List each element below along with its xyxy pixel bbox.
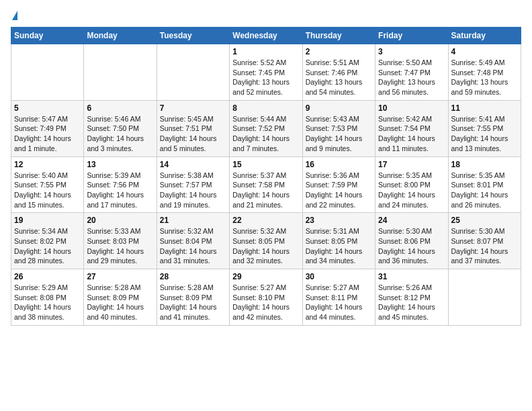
- calendar-day-cell: 14Sunrise: 5:38 AM Sunset: 7:57 PM Dayli…: [157, 156, 229, 213]
- calendar-day-cell: 15Sunrise: 5:37 AM Sunset: 7:58 PM Dayli…: [230, 156, 302, 213]
- calendar-day-header: Monday: [84, 28, 157, 44]
- day-number: 27: [87, 272, 153, 281]
- day-info: Sunrise: 5:46 AM Sunset: 7:50 PM Dayligh…: [87, 114, 153, 154]
- day-number: 14: [160, 160, 226, 169]
- calendar-table: SundayMondayTuesdayWednesdayThursdayFrid…: [11, 27, 521, 326]
- calendar-week-row: 19Sunrise: 5:34 AM Sunset: 8:02 PM Dayli…: [11, 213, 521, 269]
- day-info: Sunrise: 5:30 AM Sunset: 8:07 PM Dayligh…: [451, 226, 518, 266]
- calendar-day-cell: 16Sunrise: 5:36 AM Sunset: 7:59 PM Dayli…: [302, 156, 375, 213]
- calendar-day-cell: 21Sunrise: 5:32 AM Sunset: 8:04 PM Dayli…: [157, 213, 229, 269]
- calendar-day-cell: 28Sunrise: 5:28 AM Sunset: 8:09 PM Dayli…: [157, 269, 229, 326]
- day-info: Sunrise: 5:38 AM Sunset: 7:57 PM Dayligh…: [160, 171, 226, 210]
- day-info: Sunrise: 5:32 AM Sunset: 8:04 PM Dayligh…: [160, 226, 226, 266]
- calendar-day-cell: 19Sunrise: 5:34 AM Sunset: 8:02 PM Dayli…: [11, 213, 84, 269]
- calendar-day-cell: 18Sunrise: 5:35 AM Sunset: 8:01 PM Dayli…: [448, 156, 521, 213]
- day-number: 17: [378, 160, 445, 169]
- day-number: 31: [378, 272, 445, 281]
- calendar-day-cell: 24Sunrise: 5:30 AM Sunset: 8:06 PM Dayli…: [375, 213, 448, 269]
- calendar-day-cell: 22Sunrise: 5:32 AM Sunset: 8:05 PM Dayli…: [230, 213, 302, 269]
- calendar-day-cell: 9Sunrise: 5:43 AM Sunset: 7:53 PM Daylig…: [302, 100, 375, 156]
- calendar-day-cell: 5Sunrise: 5:47 AM Sunset: 7:49 PM Daylig…: [11, 100, 84, 156]
- calendar-day-cell: 11Sunrise: 5:41 AM Sunset: 7:55 PM Dayli…: [448, 100, 521, 156]
- calendar-day-cell: 17Sunrise: 5:35 AM Sunset: 8:00 PM Dayli…: [375, 156, 448, 213]
- day-number: 7: [160, 103, 226, 113]
- day-number: 18: [451, 160, 518, 169]
- calendar-day-cell: 31Sunrise: 5:26 AM Sunset: 8:12 PM Dayli…: [375, 269, 448, 326]
- day-info: Sunrise: 5:28 AM Sunset: 8:09 PM Dayligh…: [87, 283, 153, 322]
- calendar-day-cell: 20Sunrise: 5:33 AM Sunset: 8:03 PM Dayli…: [84, 213, 157, 269]
- calendar-day-header: Friday: [375, 28, 448, 44]
- day-info: Sunrise: 5:41 AM Sunset: 7:55 PM Dayligh…: [451, 114, 518, 154]
- day-info: Sunrise: 5:33 AM Sunset: 8:03 PM Dayligh…: [87, 226, 153, 266]
- day-info: Sunrise: 5:40 AM Sunset: 7:55 PM Dayligh…: [14, 171, 81, 210]
- day-number: 16: [306, 160, 372, 169]
- day-info: Sunrise: 5:32 AM Sunset: 8:05 PM Dayligh…: [232, 226, 299, 266]
- day-info: Sunrise: 5:27 AM Sunset: 8:11 PM Dayligh…: [306, 283, 372, 322]
- day-number: 25: [451, 216, 518, 225]
- day-number: 21: [160, 216, 226, 225]
- day-info: Sunrise: 5:50 AM Sunset: 7:47 PM Dayligh…: [378, 58, 445, 97]
- day-number: 4: [451, 47, 518, 56]
- calendar-day-cell: [157, 44, 229, 101]
- day-number: 1: [232, 47, 299, 56]
- page-header: [11, 11, 521, 20]
- calendar-day-cell: 30Sunrise: 5:27 AM Sunset: 8:11 PM Dayli…: [302, 269, 375, 326]
- calendar-day-header: Thursday: [302, 28, 375, 44]
- day-info: Sunrise: 5:44 AM Sunset: 7:52 PM Dayligh…: [232, 114, 299, 154]
- day-number: 28: [160, 272, 226, 281]
- day-info: Sunrise: 5:31 AM Sunset: 8:05 PM Dayligh…: [306, 226, 372, 266]
- day-number: 2: [306, 47, 372, 56]
- calendar-day-cell: 12Sunrise: 5:40 AM Sunset: 7:55 PM Dayli…: [11, 156, 84, 213]
- day-number: 13: [87, 160, 153, 169]
- calendar-day-header: Saturday: [448, 28, 521, 44]
- calendar-day-cell: 26Sunrise: 5:29 AM Sunset: 8:08 PM Dayli…: [11, 269, 84, 326]
- day-number: 15: [232, 160, 299, 169]
- day-info: Sunrise: 5:29 AM Sunset: 8:08 PM Dayligh…: [14, 283, 81, 322]
- day-number: 22: [232, 216, 299, 225]
- calendar-day-cell: [11, 44, 84, 101]
- calendar-day-cell: 8Sunrise: 5:44 AM Sunset: 7:52 PM Daylig…: [230, 100, 302, 156]
- calendar-week-row: 26Sunrise: 5:29 AM Sunset: 8:08 PM Dayli…: [11, 269, 521, 326]
- calendar-day-cell: 10Sunrise: 5:42 AM Sunset: 7:54 PM Dayli…: [375, 100, 448, 156]
- calendar-day-cell: [448, 269, 521, 326]
- calendar-day-header: Tuesday: [157, 28, 229, 44]
- day-number: 6: [87, 103, 153, 113]
- day-number: 11: [451, 103, 518, 113]
- day-number: 29: [232, 272, 299, 281]
- day-number: 20: [87, 216, 153, 225]
- day-info: Sunrise: 5:27 AM Sunset: 8:10 PM Dayligh…: [232, 283, 299, 322]
- day-info: Sunrise: 5:35 AM Sunset: 8:00 PM Dayligh…: [378, 171, 445, 210]
- calendar-day-cell: 3Sunrise: 5:50 AM Sunset: 7:47 PM Daylig…: [375, 44, 448, 101]
- calendar-day-cell: 13Sunrise: 5:39 AM Sunset: 7:56 PM Dayli…: [84, 156, 157, 213]
- calendar-week-row: 1Sunrise: 5:52 AM Sunset: 7:45 PM Daylig…: [11, 44, 521, 101]
- calendar-day-cell: 1Sunrise: 5:52 AM Sunset: 7:45 PM Daylig…: [230, 44, 302, 101]
- calendar-day-cell: 4Sunrise: 5:49 AM Sunset: 7:48 PM Daylig…: [448, 44, 521, 101]
- day-info: Sunrise: 5:35 AM Sunset: 8:01 PM Dayligh…: [451, 171, 518, 210]
- calendar-day-cell: 2Sunrise: 5:51 AM Sunset: 7:46 PM Daylig…: [302, 44, 375, 101]
- day-info: Sunrise: 5:39 AM Sunset: 7:56 PM Dayligh…: [87, 171, 153, 210]
- day-number: 3: [378, 47, 445, 56]
- day-number: 23: [306, 216, 372, 225]
- calendar-day-cell: 27Sunrise: 5:28 AM Sunset: 8:09 PM Dayli…: [84, 269, 157, 326]
- day-number: 10: [378, 103, 445, 113]
- calendar-day-cell: 23Sunrise: 5:31 AM Sunset: 8:05 PM Dayli…: [302, 213, 375, 269]
- calendar-day-cell: 29Sunrise: 5:27 AM Sunset: 8:10 PM Dayli…: [230, 269, 302, 326]
- calendar-day-header: Wednesday: [230, 28, 302, 44]
- calendar-week-row: 5Sunrise: 5:47 AM Sunset: 7:49 PM Daylig…: [11, 100, 521, 156]
- calendar-day-cell: 7Sunrise: 5:45 AM Sunset: 7:51 PM Daylig…: [157, 100, 229, 156]
- calendar-header-row: SundayMondayTuesdayWednesdayThursdayFrid…: [11, 28, 521, 44]
- day-info: Sunrise: 5:52 AM Sunset: 7:45 PM Dayligh…: [232, 58, 299, 97]
- calendar-week-row: 12Sunrise: 5:40 AM Sunset: 7:55 PM Dayli…: [11, 156, 521, 213]
- day-number: 24: [378, 216, 445, 225]
- day-number: 5: [14, 103, 81, 113]
- day-info: Sunrise: 5:49 AM Sunset: 7:48 PM Dayligh…: [451, 58, 518, 97]
- day-number: 12: [14, 160, 81, 169]
- logo: [11, 11, 17, 20]
- calendar-day-cell: 6Sunrise: 5:46 AM Sunset: 7:50 PM Daylig…: [84, 100, 157, 156]
- day-info: Sunrise: 5:36 AM Sunset: 7:59 PM Dayligh…: [306, 171, 372, 210]
- day-number: 9: [306, 103, 372, 113]
- day-info: Sunrise: 5:51 AM Sunset: 7:46 PM Dayligh…: [306, 58, 372, 97]
- day-info: Sunrise: 5:42 AM Sunset: 7:54 PM Dayligh…: [378, 114, 445, 154]
- day-info: Sunrise: 5:45 AM Sunset: 7:51 PM Dayligh…: [160, 114, 226, 154]
- day-info: Sunrise: 5:28 AM Sunset: 8:09 PM Dayligh…: [160, 283, 226, 322]
